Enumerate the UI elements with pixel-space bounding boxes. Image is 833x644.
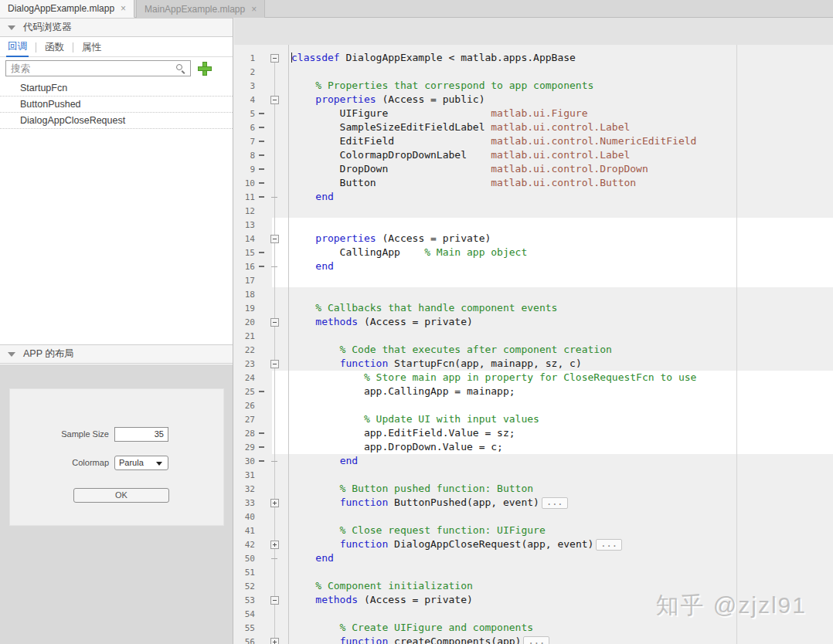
code-line[interactable]: 8 ColormapDropDownLabel matlab.ui.contro… [234,148,833,162]
code-line[interactable]: 50 end [234,551,833,565]
executable-line-dash-icon[interactable] [259,446,264,448]
line-number[interactable]: 5 [234,109,255,119]
tab-functions[interactable]: 函数 [43,39,66,56]
line-number[interactable]: 29 [234,442,255,452]
executable-line-dash-icon[interactable] [259,154,264,156]
code-line[interactable]: 40 [234,510,833,524]
collapse-fold-icon[interactable] [270,235,279,243]
breakpoint-margin[interactable] [255,113,267,114]
tab-callbacks[interactable]: 回调 [6,38,29,57]
code-line[interactable]: 1classdef DialogAppExample < matlab.apps… [234,51,833,65]
collapsed-code-ellipsis-button[interactable]: ... [596,539,622,551]
code-line[interactable]: 13 [234,218,833,232]
line-number[interactable]: 8 [234,151,255,161]
breakpoint-margin[interactable] [255,168,267,170]
code-line[interactable]: 6 SampleSizeEditFieldLabel matlab.ui.con… [234,120,833,134]
collapse-fold-icon[interactable] [270,54,279,63]
line-number[interactable]: 16 [234,262,255,272]
code-line[interactable]: 2 [234,65,833,79]
line-number[interactable]: 9 [234,164,255,175]
code-line[interactable]: 14 properties (Access = private) [234,232,833,246]
breakpoint-margin[interactable] [255,127,267,128]
breakpoint-margin[interactable] [255,182,267,184]
line-number[interactable]: 11 [234,192,255,202]
breakpoint-margin[interactable] [255,141,267,142]
line-number[interactable]: 55 [234,623,255,633]
executable-line-dash-icon[interactable] [259,168,264,170]
collapsed-code-ellipsis-button[interactable]: ... [542,497,568,509]
code-line[interactable]: 19 % Callbacks that handle component eve… [234,301,833,315]
line-number[interactable]: 54 [234,609,255,619]
line-number[interactable]: 2 [234,67,255,77]
code-browser-header[interactable]: 代码浏览器 [0,18,233,37]
executable-line-dash-icon[interactable] [259,141,264,142]
executable-line-dash-icon[interactable] [259,127,264,128]
collapsed-code-ellipsis-button[interactable]: ... [523,636,549,644]
line-number[interactable]: 42 [234,540,255,550]
code-line[interactable]: 29 app.DropDown.Value = c; [234,440,833,454]
code-line[interactable]: 12 [234,204,833,218]
line-number[interactable]: 52 [234,581,255,591]
code-line[interactable]: 9 DropDown matlab.ui.control.DropDown [234,162,833,176]
code-line[interactable]: 22 % Code that executes after component … [234,343,833,357]
code-line[interactable]: 27 % Update UI with input values [234,412,833,426]
breakpoint-margin[interactable] [255,432,267,434]
line-number[interactable]: 4 [234,95,255,105]
collapse-fold-icon[interactable] [270,318,279,327]
line-number[interactable]: 12 [234,206,255,216]
line-number[interactable]: 7 [234,137,255,147]
tab-dialogappexample[interactable]: DialogAppExample.mlapp × [0,0,134,18]
breakpoint-margin[interactable] [255,266,267,267]
line-number[interactable]: 23 [234,359,255,369]
code-line[interactable]: 16 end [234,259,833,273]
code-line[interactable]: 15 CallingApp % Main app object [234,246,833,259]
line-number[interactable]: 22 [234,345,255,355]
list-item[interactable]: DialogAppCloseRequest [0,113,233,129]
code-line[interactable]: 5 UIFigure matlab.ui.Figure [234,107,833,120]
breakpoint-margin[interactable] [255,154,267,156]
code-line[interactable]: 11 end [234,190,833,204]
code-line[interactable]: 55 % Create UIFigure and components [234,621,833,635]
collapse-triangle-icon[interactable] [8,25,15,30]
line-number[interactable]: 19 [234,303,255,314]
line-number[interactable]: 51 [234,568,255,578]
code-line[interactable]: 54 [234,607,833,621]
code-line[interactable]: 7 EditField matlab.ui.control.NumericEdi… [234,134,833,148]
line-number[interactable]: 3 [234,81,255,91]
line-number[interactable]: 18 [234,290,255,300]
code-line[interactable]: 32 % Button pushed function: Button [234,482,833,496]
app-layout-preview[interactable]: Sample Size 35 Colormap Parula OK [9,388,224,526]
tab-properties[interactable]: 属性 [80,39,103,56]
code-line[interactable]: 33 function ButtonPushed(app, event)... [234,496,833,510]
breakpoint-margin[interactable] [255,252,267,253]
executable-line-dash-icon[interactable] [259,113,264,114]
executable-line-dash-icon[interactable] [259,182,264,184]
code-line[interactable]: 41 % Close request function: UIFigure [234,524,833,537]
line-number[interactable]: 27 [234,415,255,425]
code-line[interactable]: 17 [234,273,833,287]
executable-line-dash-icon[interactable] [259,196,264,198]
line-number[interactable]: 21 [234,331,255,341]
code-line[interactable]: 56 function createComponents(app)... [234,635,833,644]
breakpoint-margin[interactable] [255,391,267,392]
close-icon[interactable]: × [121,4,126,13]
line-number[interactable]: 30 [234,456,255,466]
breakpoint-margin[interactable] [255,196,267,198]
collapse-fold-icon[interactable] [270,596,279,605]
code-line[interactable]: 28 app.EditField.Value = sz; [234,426,833,440]
line-number[interactable]: 10 [234,178,255,188]
line-number[interactable]: 14 [234,234,255,244]
code-line[interactable]: 3 % Properties that correspond to app co… [234,79,833,93]
expand-fold-icon[interactable] [270,499,279,507]
line-number[interactable]: 1 [234,53,255,63]
code-line[interactable]: 26 [234,398,833,412]
code-line[interactable]: 25 app.CallingApp = mainapp; [234,385,833,398]
code-line[interactable]: 53 methods (Access = private) [234,593,833,607]
line-number[interactable]: 40 [234,512,255,522]
code-line[interactable]: 30 end [234,454,833,468]
collapse-fold-icon[interactable] [270,96,279,104]
code-line[interactable]: 51 [234,565,833,579]
line-number[interactable]: 17 [234,276,255,286]
line-number[interactable]: 26 [234,401,255,411]
code-line[interactable]: 4 properties (Access = public) [234,93,833,107]
